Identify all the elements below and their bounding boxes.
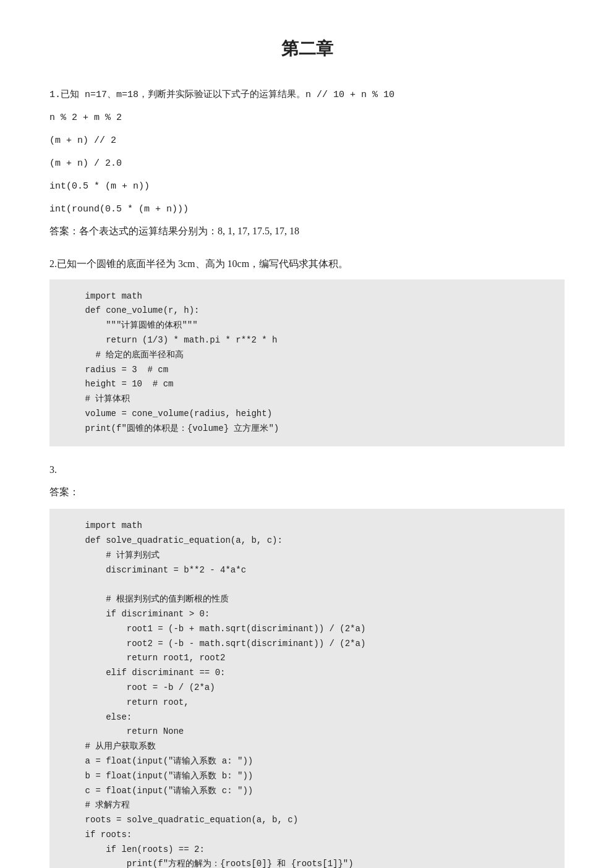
q1-expr5: int(round(0.5 * (m + n))): [49, 200, 565, 218]
page-container: 第二章 1.已知 n=17、m=18，判断并实际验证以下式子的运算结果。n //…: [49, 37, 565, 868]
q1-expr3: (m + n) / 2.0: [49, 154, 565, 172]
q1-expr2: (m + n) // 2: [49, 131, 565, 149]
q3-label: 3.: [49, 461, 565, 479]
question-2: 2.已知一个圆锥的底面半径为 3cm、高为 10cm，编写代码求其体积。 imp…: [49, 255, 565, 446]
question-1: 1.已知 n=17、m=18，判断并实际验证以下式子的运算结果。n // 10 …: [49, 85, 565, 240]
q1-answer: 答案：各个表达式的运算结果分别为：8, 1, 17, 17.5, 17, 18: [49, 223, 565, 240]
q1-expr4: int(0.5 * (m + n)): [49, 177, 565, 195]
question-3: 3. 答案： import math def solve_quadratic_e…: [49, 461, 565, 868]
q3-answer-label: 答案：: [49, 483, 565, 501]
q2-text: 2.已知一个圆锥的底面半径为 3cm、高为 10cm，编写代码求其体积。: [49, 255, 565, 273]
q1-label: 1.已知 n=17、m=18，判断并实际验证以下式子的运算结果。n // 10 …: [49, 90, 394, 100]
q1-text: 1.已知 n=17、m=18，判断并实际验证以下式子的运算结果。n // 10 …: [49, 85, 565, 103]
q3-code: import math def solve_quadratic_equation…: [49, 509, 565, 868]
q2-code: import math def cone_volume(r, h): """计算…: [49, 279, 565, 446]
page-title: 第二章: [49, 37, 565, 61]
q1-expr1: n % 2 + m % 2: [49, 108, 565, 126]
